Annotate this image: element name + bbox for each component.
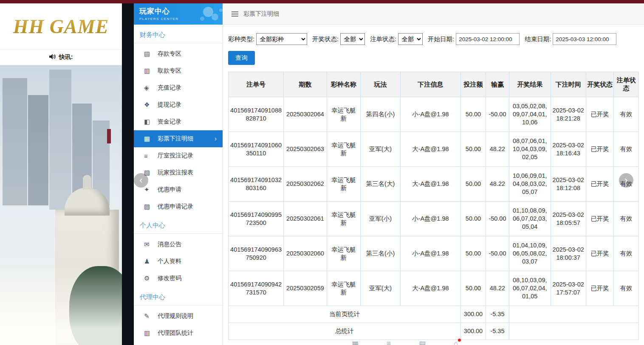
table-cell: 08,07,06,01,10,04,03,09,02,05 [509, 132, 551, 167]
table-header-cell: 投注额 [461, 72, 486, 97]
brand-logo: HH GAME [0, 3, 122, 49]
profile-icon: ♟ [144, 258, 158, 265]
carousel-next-icon[interactable]: › [619, 173, 633, 188]
sidebar-item[interactable]: ▥代理团队统计 [134, 325, 223, 342]
table-cell: 小-A盘@1.98 [400, 202, 460, 236]
table-cell: 50.00 [461, 97, 486, 132]
table-cell: 亚军(大) [361, 132, 401, 167]
sidebar-item[interactable]: ▦彩票下注明细› [134, 130, 223, 147]
summary-winloss-total: -5.35 [486, 323, 509, 340]
sidebar-section-title: 代理中心 [134, 287, 223, 306]
sidebar-item[interactable]: ◧资金记录 [134, 113, 223, 130]
table-cell: 幸运飞艇新 [327, 236, 360, 271]
footer-menu-icon[interactable]: ≡ [387, 339, 391, 345]
table-header-cell: 输赢 [486, 72, 509, 97]
table-cell: 01,04,10,09,06,05,08,02,03,07 [509, 236, 551, 271]
table-cell: 50.00 [461, 236, 486, 271]
lottery-bet-detail-icon: ▦ [144, 135, 158, 143]
sidebar-item[interactable]: ♟个人资料 [134, 253, 223, 270]
table-header-cell: 期数 [284, 72, 327, 97]
table-header-cell: 开奖状态 [586, 72, 613, 97]
summary-empty [509, 323, 638, 340]
table-cell: 亚军(大) [361, 271, 401, 306]
sidebar-item[interactable]: ✉消息公告 [134, 236, 223, 253]
table-cell: -50.00 [486, 97, 509, 132]
bet-status-label: 注单状态: [370, 35, 396, 43]
sidebar-item[interactable]: ≡厅室投注记录 [134, 147, 223, 164]
left-panel: HH GAME 快讯: [0, 3, 122, 345]
building-shape [28, 95, 48, 205]
table-cell: 20250302064 [284, 97, 327, 132]
sidebar-item[interactable]: ✎代理规则说明 [134, 308, 223, 325]
sidebar-item-label: 代理团队统计 [158, 329, 193, 337]
promo-apply-record-icon: ▨ [144, 203, 158, 210]
withdraw-record-icon: ❖ [144, 101, 158, 109]
table-header-cell: 注单状态 [613, 72, 638, 97]
draw-status-select[interactable]: 全部 [340, 33, 365, 45]
table-cell: 大-A盘@1.98 [400, 167, 460, 202]
menu-toggle-icon[interactable] [232, 10, 238, 18]
sidebar-item-label: 充值记录 [158, 84, 181, 92]
summary-label: 当前页统计 [229, 306, 461, 323]
table-cell: 第三名(小) [361, 236, 401, 271]
table-cell: 401569174090963750920 [229, 236, 284, 271]
sidebar-item[interactable]: ▥取款专区 [134, 62, 223, 79]
bet-status-select[interactable]: 全部 [398, 33, 423, 45]
table-cell: 20250302062 [284, 167, 327, 202]
sidebar-item[interactable]: ▨优惠申请记录 [134, 198, 223, 215]
sidebar-item[interactable]: ◈充值记录 [134, 79, 223, 96]
sidebar: 玩家中心 PLAYERS CENTER 财务中心▤存款专区▥取款专区◈充值记录❖… [134, 3, 223, 345]
sidebar-subtitle: PLAYERS CENTER [139, 17, 223, 21]
table-cell: 20250302059 [284, 271, 327, 306]
table-cell: 50.00 [461, 167, 486, 202]
sidebar-item-label: 玩家投注报表 [158, 169, 193, 177]
table-header-cell: 注单号 [229, 72, 284, 97]
city-photo [0, 65, 122, 345]
query-button[interactable]: 查询 [228, 51, 255, 65]
table-cell: 有效 [613, 132, 638, 167]
table-cell: 有效 [613, 271, 638, 306]
chevron-right-icon: › [215, 135, 217, 143]
table-header-cell: 下注信息 [400, 72, 460, 97]
footer-grid-icon[interactable]: ▦ [352, 339, 359, 345]
sidebar-item-label: 取款专区 [158, 67, 181, 75]
table-cell: 亚军(小) [361, 202, 401, 236]
table-cell: 48.22 [486, 167, 509, 202]
sidebar-item[interactable]: ⚙修改密码 [134, 270, 223, 287]
table-row: 40156917409094273157020250302059幸运飞艇新亚军(… [229, 271, 639, 306]
main-topbar: 彩票下注明细 [223, 3, 644, 25]
table-header-cell: 玩法 [361, 72, 401, 97]
sidebar-section-title: 财务中心 [134, 25, 223, 43]
footer-doc-icon[interactable]: ▤ [419, 339, 426, 345]
page-gutter [122, 3, 134, 345]
table-cell: 第四名(小) [361, 97, 401, 132]
sidebar-item-label: 提现记录 [158, 101, 181, 109]
table-row: 40156917409108882871020250302064幸运飞艇新第四名… [229, 97, 639, 132]
table-cell: 01,10,08,09,06,07,02,03,05,04 [509, 202, 551, 236]
table-cell: 2025-03-02 18:16:43 [551, 132, 586, 167]
summary-row: 当前页统计300.00-5.35 [229, 306, 639, 323]
sidebar-item-label: 消息公告 [158, 241, 181, 248]
lottery-type-select[interactable]: 全部彩种 [256, 33, 307, 45]
start-date-input[interactable] [456, 33, 520, 45]
sidebar-item-label: 彩票下注明细 [158, 135, 193, 143]
table-cell: -50.00 [486, 202, 509, 236]
carousel-prev-icon[interactable]: ‹ [134, 173, 148, 188]
sidebar-item[interactable]: ❖提现记录 [134, 96, 223, 113]
table-cell: 大-A盘@1.98 [400, 271, 460, 306]
sidebar-item-label: 资金记录 [158, 118, 181, 126]
table-header-cell: 开奖结果 [509, 72, 551, 97]
table-cell: 幸运飞艇新 [327, 202, 360, 236]
end-date-input[interactable] [553, 33, 616, 45]
sidebar-item[interactable]: ▤存款专区 [134, 45, 223, 62]
table-cell: 已开奖 [586, 167, 613, 202]
footer-home-icon[interactable]: ⌂ [454, 339, 458, 345]
summary-winloss-total: -5.35 [486, 306, 509, 323]
building-shape [3, 78, 27, 205]
table-cell: 20250302061 [284, 202, 327, 236]
summary-bet-total: 300.00 [461, 306, 486, 323]
bet-table: 注单号期数彩种名称玩法下注信息投注额输赢开奖结果下注时间开奖状态注单状态 401… [228, 72, 639, 340]
table-cell: 2025-03-02 18:05:57 [551, 202, 586, 236]
table-cell: 20250302060 [284, 236, 327, 271]
table-cell: 已开奖 [586, 271, 613, 306]
